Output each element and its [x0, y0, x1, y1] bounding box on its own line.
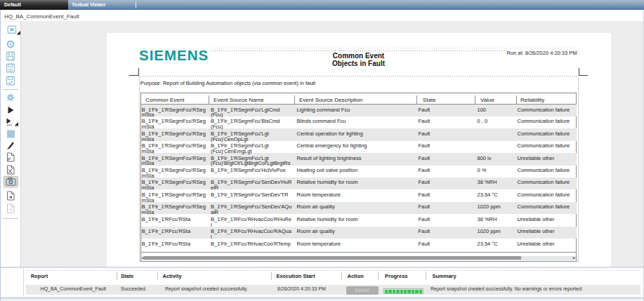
svg-text:P: P: [8, 157, 11, 161]
